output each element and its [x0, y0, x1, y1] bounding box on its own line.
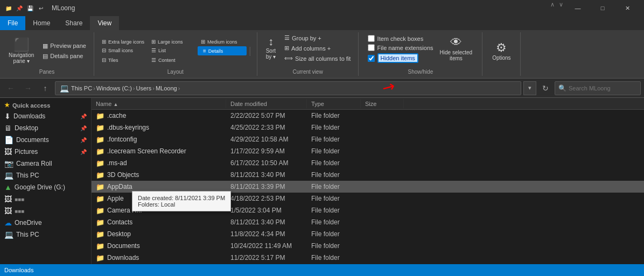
maximize-button[interactable]: □: [590, 0, 615, 16]
address-bar: ← → ↑ 💻 This PC › Windows (C:) › Users ›…: [0, 79, 644, 98]
sidebar-google-drive-label: Google Drive (G:): [15, 183, 65, 191]
file-cell-date: 4/25/2022 2:33 PM: [226, 123, 307, 132]
file-name-extensions-row[interactable]: File name extensions: [366, 44, 436, 52]
tab-share[interactable]: Share: [58, 16, 90, 30]
details-button[interactable]: ≡ Details: [198, 46, 247, 55]
file-cell-size: [361, 245, 404, 247]
pictures-icon: 🖼: [4, 147, 12, 156]
sidebar-pictures-label: Pictures: [15, 148, 38, 155]
folder-icon-small: 📁: [4, 4, 13, 12]
path-this-pc[interactable]: This PC: [71, 85, 92, 91]
table-row[interactable]: 📁 .ms-ad 6/17/2022 10:50 AM File folder: [92, 157, 644, 169]
close-button[interactable]: ✕: [615, 0, 640, 16]
file-cell-size: [361, 115, 404, 117]
medium-icons-icon: ⊞: [201, 39, 205, 45]
tab-home[interactable]: Home: [25, 16, 58, 30]
folder-icon: 📁: [96, 254, 104, 262]
medium-icons-button[interactable]: ⊞ Medium icons: [198, 38, 247, 46]
item-checkboxes-row[interactable]: Item check boxes: [366, 34, 436, 43]
table-row[interactable]: 📁 3D Objects 8/11/2021 3:40 PM File fold…: [92, 169, 644, 181]
sidebar-item-documents[interactable]: 📄 Documents 📌: [0, 134, 91, 146]
file-cell-date: 11/2/2022 5:17 PM: [226, 253, 307, 263]
ribbon-tabs: File Home Share View: [0, 16, 644, 30]
path-windows-c[interactable]: Windows (C:): [96, 85, 132, 91]
address-dropdown-button[interactable]: ▾: [523, 81, 536, 95]
options-items: ⚙ Options: [487, 32, 516, 76]
sidebar-item-onedrive[interactable]: ☁ OneDrive: [0, 217, 91, 229]
small-icons-button[interactable]: ⊟ Small icons: [99, 46, 148, 54]
extra-large-icons-button[interactable]: ⊞ Extra large icons: [99, 38, 148, 46]
path-users[interactable]: Users: [136, 85, 151, 91]
status-bar: Downloads: [0, 264, 644, 276]
tiles-button[interactable]: ⊟ Tiles: [99, 56, 148, 64]
content-button[interactable]: ☰ Content: [148, 56, 197, 64]
file-name-extensions-checkbox[interactable]: [368, 44, 375, 51]
navigation-pane-button[interactable]: ⬛ Navigationpane ▾: [4, 36, 38, 66]
sidebar-item-img1[interactable]: 🖼 ■■■: [0, 193, 91, 205]
tab-view[interactable]: View: [90, 16, 119, 30]
quick-access-header: ★ Quick access: [0, 100, 91, 110]
sidebar-item-this-pc[interactable]: 💻 This PC: [0, 169, 91, 181]
col-name[interactable]: Name ▲: [92, 100, 226, 108]
table-row[interactable]: 📁 Desktop 11/8/2022 4:34 PM File folder: [92, 228, 644, 240]
downloads-pin-icon: 📌: [80, 114, 87, 119]
table-row[interactable]: 📁 Contacts 8/11/2021 3:40 PM File folder: [92, 216, 644, 228]
sidebar-item-desktop[interactable]: 🖥 Desktop 📌: [0, 122, 91, 134]
file-cell-size: [361, 174, 404, 176]
main-area: ★ Quick access ⬇ Downloads 📌 🖥 Desktop 📌…: [0, 98, 644, 264]
hidden-items-checkbox[interactable]: [368, 55, 375, 62]
table-row[interactable]: 📁 .dbus-keyrings 4/25/2022 2:33 PM File …: [92, 122, 644, 133]
tab-file[interactable]: File: [0, 16, 25, 30]
hidden-items-row[interactable]: Hidden items: [366, 53, 436, 63]
group-by-button[interactable]: ☰ Group by +: [281, 33, 354, 43]
table-row[interactable]: 📁 Documents 10/24/2022 11:49 AM File fol…: [92, 240, 644, 252]
table-row[interactable]: 📁 .cache 2/22/2022 5:07 PM File folder: [92, 110, 644, 122]
table-row[interactable]: 📁 Downloads 11/2/2022 5:17 PM File folde…: [92, 252, 644, 264]
add-columns-button[interactable]: ⊞ Add columns +: [281, 44, 354, 53]
sidebar-item-camera-roll[interactable]: 📷 Camera Roll: [0, 158, 91, 169]
folder-icon: 📁: [96, 195, 104, 203]
this-pc-2-icon: 💻: [4, 230, 13, 239]
sort-by-button[interactable]: ↕ Sortby ▾: [262, 33, 280, 62]
col-type[interactable]: Type: [307, 100, 361, 108]
folder-icon: 📁: [96, 147, 104, 155]
search-input[interactable]: [569, 85, 637, 91]
folder-icon: 📁: [96, 230, 104, 238]
table-row[interactable]: 📁 Favorites 11/17/2021 9:08 AM File fold…: [92, 264, 644, 264]
file-cell-name: 📁 Documents: [92, 241, 226, 251]
sidebar-item-pictures[interactable]: 🖼 Pictures 📌: [0, 146, 91, 158]
list-button[interactable]: ☰ List: [148, 46, 197, 54]
navigation-pane-label: Navigationpane ▾: [9, 52, 34, 64]
refresh-button[interactable]: ↻: [538, 81, 552, 95]
search-box[interactable]: 🔍: [555, 81, 641, 95]
sort-icon: ↕: [268, 36, 274, 48]
item-checkboxes-checkbox[interactable]: [368, 35, 375, 42]
address-path[interactable]: 💻 This PC › Windows (C:) › Users › MLoon…: [55, 81, 521, 95]
sidebar-item-downloads[interactable]: ⬇ Downloads 📌: [0, 110, 91, 122]
table-row[interactable]: 📁 .Icecream Screen Recorder 1/17/2022 9:…: [92, 145, 644, 157]
options-button[interactable]: ⚙ Options: [487, 39, 516, 63]
up-button[interactable]: ↑: [38, 81, 53, 96]
path-mloong[interactable]: MLoong: [156, 85, 177, 91]
tooltip: Date created: 8/11/2021 3:39 PM Folders:…: [132, 191, 231, 211]
minimize-button[interactable]: —: [565, 0, 590, 16]
table-row[interactable]: 📁 .fontconfig 4/29/2022 10:58 AM File fo…: [92, 133, 644, 145]
hide-selected-items-button[interactable]: 👁 Hide selecteditems: [437, 33, 476, 63]
extra-large-icon: ⊞: [102, 39, 106, 45]
sort-label: Sortby ▾: [266, 48, 276, 60]
current-view-group-label: Current view: [257, 69, 359, 75]
file-cell-type: File folder: [307, 194, 361, 203]
ribbon-collapse-up[interactable]: ∧: [548, 0, 557, 16]
size-all-columns-button[interactable]: ⟺ Size all columns to fit: [281, 54, 354, 63]
col-date[interactable]: Date modified: [226, 100, 307, 108]
file-cell-name: 📁 .fontconfig: [92, 135, 226, 145]
col-size[interactable]: Size: [361, 100, 404, 108]
details-pane-button[interactable]: ▤ Details pane: [39, 52, 89, 61]
nav-pane-icon: ⬛: [13, 38, 30, 51]
preview-pane-button[interactable]: ▦ Preview pane: [39, 41, 89, 51]
ribbon-collapse-down[interactable]: ∨: [557, 0, 565, 16]
sidebar-item-google-drive[interactable]: ▲ Google Drive (G:): [0, 181, 91, 193]
large-icons-button[interactable]: ⊞ Large icons: [148, 38, 197, 46]
sidebar-item-img2[interactable]: 🖼 ■■■: [0, 205, 91, 217]
sidebar-item-this-pc-2[interactable]: 💻 This PC: [0, 229, 91, 240]
